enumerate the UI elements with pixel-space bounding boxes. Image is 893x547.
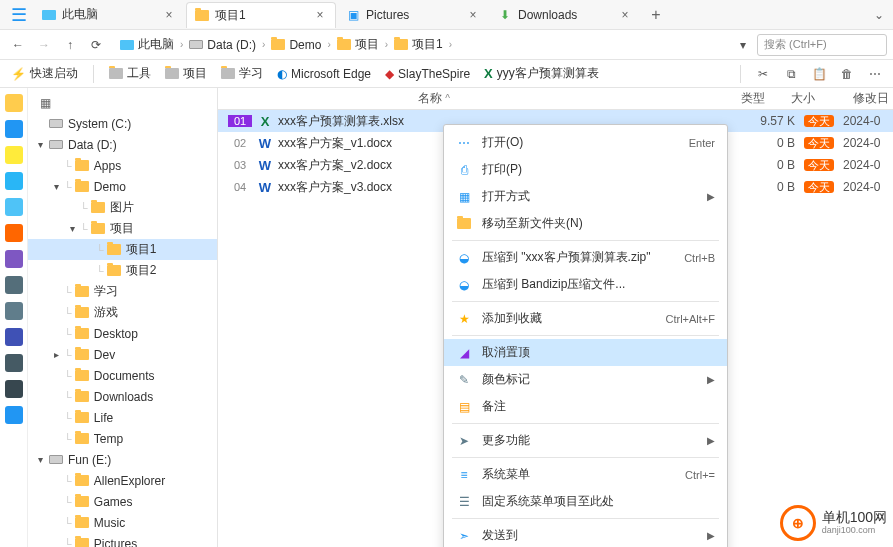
tab-3[interactable]: ⬇Downloads× — [490, 2, 640, 28]
tree-item[interactable]: └Life — [28, 407, 217, 428]
menu-item[interactable]: ➤更多功能▶ — [444, 427, 727, 454]
bookmark-item[interactable]: ◐Microsoft Edge — [272, 65, 376, 83]
tree-item[interactable]: └AllenExplorer — [28, 470, 217, 491]
tree-item[interactable]: ▾└Demo — [28, 176, 217, 197]
strip-shortcut-icon[interactable] — [5, 120, 23, 138]
tree-item[interactable]: └图片 — [28, 197, 217, 218]
bookmark-item[interactable]: 工具 — [104, 63, 156, 84]
menu-item[interactable]: ⎙打印(P) — [444, 156, 727, 183]
search-input[interactable]: 搜索 (Ctrl+F) — [757, 34, 887, 56]
column-name[interactable]: 名称 ^ — [218, 90, 728, 107]
bookmark-item[interactable]: Xyyy客户预算测算表 — [479, 63, 604, 84]
tree-item[interactable]: └Documents — [28, 365, 217, 386]
chevron-icon[interactable]: ▸ — [50, 349, 62, 360]
refresh-button[interactable]: ⟳ — [84, 33, 108, 57]
strip-shortcut-icon[interactable] — [5, 198, 23, 216]
menu-item[interactable]: ✎颜色标记▶ — [444, 366, 727, 393]
more-icon[interactable]: ⋯ — [863, 62, 887, 86]
tab-close-icon[interactable]: × — [618, 8, 632, 22]
breadcrumb-item[interactable]: 项目1 — [390, 34, 447, 55]
tab-0[interactable]: 此电脑× — [34, 2, 184, 28]
tree-item[interactable]: └Games — [28, 491, 217, 512]
tab-close-icon[interactable]: × — [466, 8, 480, 22]
back-button[interactable]: ← — [6, 33, 30, 57]
tab-icon: ▣ — [346, 8, 360, 22]
strip-shortcut-icon[interactable] — [5, 276, 23, 294]
strip-shortcut-icon[interactable] — [5, 146, 23, 164]
tree-item[interactable]: └Music — [28, 512, 217, 533]
tree-item[interactable]: └Desktop — [28, 323, 217, 344]
drop-button[interactable]: ⌄ — [865, 8, 893, 22]
bookmark-item[interactable]: ◆SlayTheSpire — [380, 65, 475, 83]
cut-icon[interactable]: ✂ — [751, 62, 775, 86]
breadcrumb-item[interactable]: Data (D:) — [185, 36, 260, 54]
bookmark-item[interactable]: 学习 — [216, 63, 268, 84]
chevron-icon[interactable]: ▾ — [34, 454, 46, 465]
copy-icon[interactable]: ⧉ — [779, 62, 803, 86]
file-type-icon: W — [256, 136, 274, 151]
menu-item[interactable]: 移动至新文件夹(N) — [444, 210, 727, 237]
tab-label: 此电脑 — [62, 6, 156, 23]
strip-shortcut-icon[interactable] — [5, 224, 23, 242]
breadcrumb-item[interactable]: 此电脑 — [116, 34, 178, 55]
breadcrumb-dropdown[interactable]: ▾ — [731, 33, 755, 57]
bookmark-item[interactable]: 项目 — [160, 63, 212, 84]
tree-item[interactable]: └游戏 — [28, 302, 217, 323]
chevron-icon[interactable]: ▾ — [50, 181, 62, 192]
strip-shortcut-icon[interactable] — [5, 302, 23, 320]
breadcrumb-item[interactable]: 项目 — [333, 34, 383, 55]
tree-item[interactable]: └Temp — [28, 428, 217, 449]
paste-icon[interactable]: 📋 — [807, 62, 831, 86]
submenu-arrow-icon: ▶ — [707, 374, 715, 385]
menu-item[interactable]: ◒压缩到 Bandizip压缩文件... — [444, 271, 727, 298]
menu-item[interactable]: ≡系统菜单Ctrl+= — [444, 461, 727, 488]
menu-icon: ⋯ — [456, 135, 472, 151]
chevron-icon[interactable]: ▾ — [66, 223, 78, 234]
tree-item[interactable]: └项目2 — [28, 260, 217, 281]
menu-item[interactable]: ★添加到收藏Ctrl+Alt+F — [444, 305, 727, 332]
menu-item[interactable]: ⋯打开(O)Enter — [444, 129, 727, 156]
tab-2[interactable]: ▣Pictures× — [338, 2, 488, 28]
tab-close-icon[interactable]: × — [162, 8, 176, 22]
tree-item[interactable]: ▾Fun (E:) — [28, 449, 217, 470]
strip-shortcut-icon[interactable] — [5, 94, 23, 112]
tab-1[interactable]: 项目1× — [186, 2, 336, 28]
tree-view-toggle[interactable]: ▦ — [28, 92, 217, 113]
bookmark-item[interactable]: ⚡快速启动 — [6, 63, 83, 84]
menu-item[interactable]: ☰固定系统菜单项目至此处 — [444, 488, 727, 515]
tree-item[interactable]: └Downloads — [28, 386, 217, 407]
tree-item[interactable]: ▸└Dev — [28, 344, 217, 365]
new-tab-button[interactable]: + — [642, 6, 670, 24]
forward-button[interactable]: → — [32, 33, 56, 57]
tree-item[interactable]: ▾Data (D:) — [28, 134, 217, 155]
tree-item[interactable]: └项目1 — [28, 239, 217, 260]
tree-item[interactable]: └学习 — [28, 281, 217, 302]
delete-icon[interactable]: 🗑 — [835, 62, 859, 86]
breadcrumb-item[interactable]: Demo — [267, 36, 325, 54]
tree-item[interactable]: System (C:) — [28, 113, 217, 134]
column-modified[interactable]: 修改日 — [828, 90, 893, 107]
tree-item[interactable]: └Pictures — [28, 533, 217, 547]
menu-item[interactable]: ▤备注 — [444, 393, 727, 420]
strip-shortcut-icon[interactable] — [5, 172, 23, 190]
tree-item[interactable]: ▾└项目 — [28, 218, 217, 239]
strip-shortcut-icon[interactable] — [5, 328, 23, 346]
tree-icon — [74, 348, 90, 362]
menu-item[interactable]: ▦打开方式▶ — [444, 183, 727, 210]
tab-close-icon[interactable]: × — [313, 8, 327, 22]
column-size[interactable]: 大小 — [778, 90, 828, 107]
column-type[interactable]: 类型 — [728, 90, 778, 107]
menu-icon: ◒ — [456, 250, 472, 266]
tree-item[interactable]: └Apps — [28, 155, 217, 176]
hamburger-menu-button[interactable]: ☰ — [4, 0, 34, 30]
menu-item[interactable]: ◒压缩到 "xxx客户预算测算表.zip"Ctrl+B — [444, 244, 727, 271]
menu-item[interactable]: ➣发送到▶ — [444, 522, 727, 547]
menu-item[interactable]: ◢取消置顶 — [444, 339, 727, 366]
strip-shortcut-icon[interactable] — [5, 406, 23, 424]
strip-shortcut-icon[interactable] — [5, 250, 23, 268]
strip-shortcut-icon[interactable] — [5, 354, 23, 372]
chevron-icon[interactable]: ▾ — [34, 139, 46, 150]
up-button[interactable]: ↑ — [58, 33, 82, 57]
strip-shortcut-icon[interactable] — [5, 380, 23, 398]
menu-separator — [452, 423, 719, 424]
